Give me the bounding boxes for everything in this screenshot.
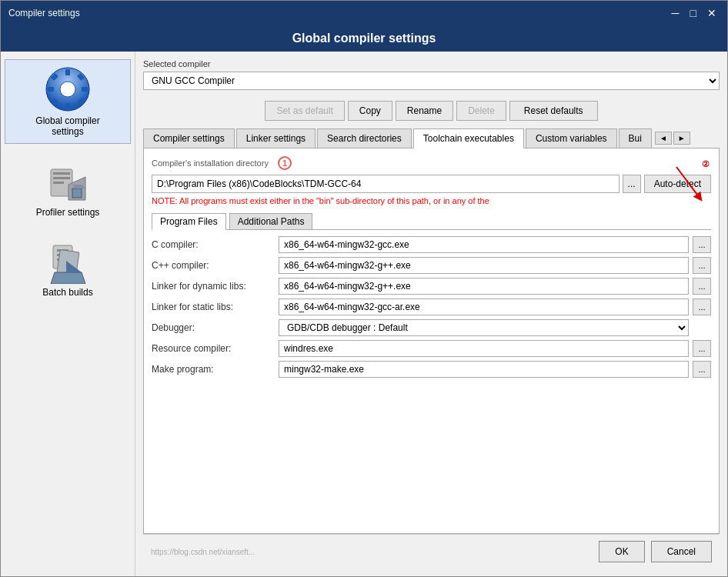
- resource-compiler-browse[interactable]: ...: [693, 340, 711, 357]
- tab-custom-variables[interactable]: Custom variables: [526, 128, 617, 148]
- installation-dir-note: NOTE: All programs must exist either in …: [152, 196, 711, 205]
- make-program-label: Make program:: [152, 364, 275, 375]
- c-compiler-label: C compiler:: [152, 239, 275, 250]
- main-content: Global compilersettings Profiler setting…: [1, 52, 727, 576]
- tab-left-arrow[interactable]: ◄: [655, 132, 672, 145]
- program-files-grid: C compiler: ... C++ compiler: ... Linker…: [152, 236, 711, 378]
- installation-dir-section: Compiler's installation directory 1 ... …: [152, 156, 711, 205]
- svg-point-10: [61, 82, 75, 96]
- selected-compiler-section: Selected compiler GNU GCC Compiler: [143, 59, 720, 95]
- tabs-row: Compiler settings Linker settings Search…: [143, 128, 720, 148]
- right-panel: Selected compiler GNU GCC Compiler Set a…: [135, 52, 727, 576]
- annotation-circle-2: ②: [702, 159, 710, 169]
- installation-dir-browse-button[interactable]: ...: [623, 175, 641, 193]
- profiler-icon: [47, 162, 89, 204]
- url-watermark: https://blog.csdn.net/xianseft...: [151, 548, 255, 556]
- reset-defaults-button[interactable]: Reset defaults: [509, 101, 598, 121]
- tab-toolchain-executables[interactable]: Toolchain executables: [413, 128, 524, 148]
- window-title: Compiler settings: [8, 8, 80, 18]
- linker-dynamic-input[interactable]: [279, 278, 689, 295]
- svg-rect-12: [53, 172, 70, 175]
- svg-rect-4: [48, 87, 54, 92]
- maximize-button[interactable]: □: [687, 7, 700, 19]
- installation-dir-input[interactable]: [152, 175, 619, 193]
- resource-compiler-label: Resource compiler:: [152, 343, 275, 354]
- compiler-settings-window: Compiler settings ─ □ ✕ Global compiler …: [0, 0, 728, 577]
- tab-bui[interactable]: Bui: [619, 128, 652, 148]
- sidebar-item-global-compiler[interactable]: Global compilersettings: [5, 59, 131, 144]
- c-compiler-browse[interactable]: ...: [693, 236, 711, 253]
- copy-button[interactable]: Copy: [348, 101, 392, 121]
- linker-static-label: Linker for static libs:: [152, 302, 275, 312]
- compiler-select-row: GNU GCC Compiler: [143, 72, 720, 90]
- auto-detect-button[interactable]: Auto-detect: [644, 175, 711, 193]
- cpp-compiler-input[interactable]: [279, 257, 689, 274]
- ok-button[interactable]: OK: [599, 541, 644, 562]
- sidebar-item-batch[interactable]: Batch builds: [5, 235, 131, 304]
- batch-icon: [47, 242, 89, 284]
- dir-input-row: ... Auto-detect: [152, 175, 711, 193]
- svg-rect-13: [53, 177, 70, 179]
- sidebar-item-batch-label: Batch builds: [42, 287, 92, 298]
- gear-icon: [45, 66, 91, 112]
- svg-rect-3: [65, 103, 70, 109]
- installation-dir-label: Compiler's installation directory 1: [152, 156, 711, 170]
- tab-program-files[interactable]: Program Files: [152, 213, 226, 230]
- debugger-select[interactable]: GDB/CDB debugger : Default: [279, 319, 689, 336]
- c-compiler-input[interactable]: [279, 236, 689, 253]
- set-as-default-button[interactable]: Set as default: [265, 101, 344, 121]
- tab-additional-paths[interactable]: Additional Paths: [229, 213, 313, 229]
- content-area: Compiler's installation directory 1 ... …: [143, 148, 720, 534]
- cpp-compiler-browse[interactable]: ...: [693, 257, 711, 274]
- delete-button[interactable]: Delete: [456, 101, 506, 121]
- resource-compiler-input[interactable]: [279, 340, 689, 357]
- sidebar-item-profiler[interactable]: Profiler settings: [5, 155, 131, 224]
- program-files-tabs: Program Files Additional Paths: [152, 213, 711, 230]
- annotation-circle-1: 1: [278, 156, 292, 170]
- linker-dynamic-label: Linker for dynamic libs:: [152, 281, 275, 292]
- svg-rect-5: [82, 87, 88, 92]
- sidebar-item-global-label: Global compilersettings: [35, 115, 99, 137]
- tab-right-arrow[interactable]: ►: [673, 132, 690, 145]
- linker-dynamic-browse[interactable]: ...: [693, 278, 711, 295]
- svg-rect-16: [72, 188, 82, 198]
- tab-linker-settings[interactable]: Linker settings: [236, 128, 316, 148]
- make-program-input[interactable]: [279, 361, 689, 378]
- rename-button[interactable]: Rename: [396, 101, 453, 121]
- debugger-label: Debugger:: [152, 322, 275, 333]
- cpp-compiler-label: C++ compiler:: [152, 260, 275, 271]
- svg-rect-14: [53, 182, 64, 184]
- tab-compiler-settings[interactable]: Compiler settings: [143, 128, 235, 148]
- minimize-button[interactable]: ─: [669, 7, 683, 19]
- window-controls: ─ □ ✕: [669, 7, 720, 19]
- linker-static-input[interactable]: [279, 299, 689, 315]
- compiler-select[interactable]: GNU GCC Compiler: [143, 72, 720, 90]
- bottom-bar: https://blog.csdn.net/xianseft... OK Can…: [143, 534, 720, 569]
- sidebar: Global compilersettings Profiler setting…: [1, 52, 135, 576]
- close-button[interactable]: ✕: [704, 7, 720, 19]
- cancel-button[interactable]: Cancel: [651, 541, 712, 562]
- linker-static-browse[interactable]: ...: [693, 299, 711, 315]
- sidebar-item-profiler-label: Profiler settings: [36, 207, 100, 218]
- selected-compiler-label: Selected compiler: [143, 59, 720, 68]
- tab-search-directories[interactable]: Search directories: [317, 128, 412, 148]
- title-bar: Compiler settings ─ □ ✕: [1, 1, 727, 25]
- make-program-browse[interactable]: ...: [693, 361, 711, 378]
- toolbar-row: Set as default Copy Rename Delete Reset …: [143, 101, 720, 121]
- dialog-header: Global compiler settings: [1, 25, 727, 52]
- svg-marker-23: [51, 272, 85, 284]
- svg-rect-2: [65, 69, 70, 75]
